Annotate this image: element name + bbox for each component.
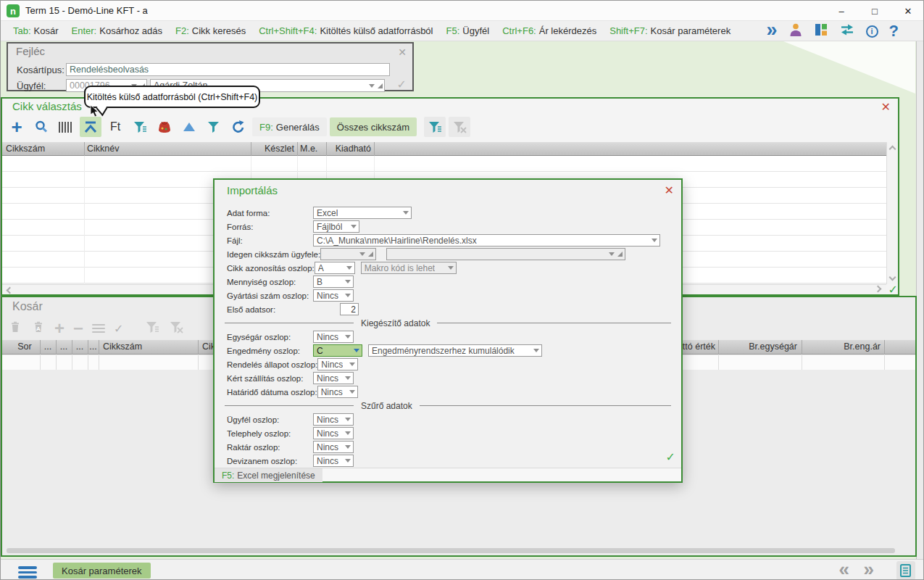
confirm-icon[interactable]: ✓	[114, 322, 123, 336]
column-cikknev[interactable]: Cikknév	[87, 144, 119, 154]
expand-corner-icon	[617, 252, 623, 257]
column-dots[interactable]: ...	[56, 341, 72, 352]
all-items-button[interactable]: Összes cikkszám	[330, 117, 417, 136]
modules-tiles-icon[interactable]	[814, 22, 828, 40]
help-icon[interactable]: ?	[889, 22, 899, 41]
barcode-button[interactable]	[55, 117, 77, 137]
cikk-panel-close-icon[interactable]: ✕	[881, 102, 891, 113]
kosar-parameterek-button[interactable]: Kosár paraméterek	[53, 563, 151, 579]
search-button[interactable]	[30, 117, 52, 137]
engedmeny-oszlop-select[interactable]: C	[313, 344, 362, 357]
filter-detail-button-2[interactable]	[424, 117, 446, 137]
fejlec-confirm-check-icon[interactable]: ✓	[397, 78, 407, 91]
column-br-eng-ar[interactable]: Br.eng.ár	[804, 341, 881, 352]
excel-show-button[interactable]: F5: Excel megjelenítése	[215, 468, 322, 482]
rendeles-allapot-oszlop-select[interactable]: Nincs	[317, 358, 358, 370]
remove-row-icon[interactable]: −	[73, 321, 83, 336]
table-row[interactable]	[2, 156, 886, 172]
idegen-cikkszam-ugyfel-kod-select[interactable]	[320, 248, 376, 260]
raktar-oszlop-select[interactable]: Nincs	[313, 441, 354, 453]
dialog-confirm-check-icon[interactable]: ✓	[666, 450, 675, 464]
telephely-oszlop-select[interactable]: Nincs	[313, 427, 354, 439]
import-external-source-button[interactable]	[80, 117, 101, 137]
dropdown-arrow-icon	[349, 390, 355, 397]
delete-all-icon[interactable]: A	[31, 320, 46, 337]
filter-clear-icon[interactable]	[169, 320, 184, 337]
minimize-button[interactable]: –	[825, 1, 858, 21]
egysegar-oszlop-select[interactable]: Nincs	[313, 331, 354, 343]
idegen-cikkszam-ugyfel-nev-select[interactable]	[386, 248, 625, 260]
sort-up-button[interactable]	[178, 117, 200, 137]
shortcut-enter-kosarhoz-adas[interactable]: Enter: Kosárhoz adás	[65, 25, 169, 36]
fajl-select[interactable]: C:\A_Munka\nmek\Hairline\Rendelés.xlsx	[313, 234, 660, 246]
field-label: Rendelés állapot oszlop:	[227, 360, 317, 369]
filter-clear-icon	[452, 120, 467, 134]
document-list-button[interactable]	[896, 561, 915, 580]
maximize-button[interactable]: □	[858, 1, 891, 21]
forward-double-chevron-icon[interactable]: »	[767, 22, 778, 38]
column-dots[interactable]: ...	[88, 341, 99, 352]
menu-icon[interactable]	[18, 564, 37, 580]
filter-detail-button[interactable]	[129, 117, 151, 137]
scroll-down-icon[interactable]	[889, 274, 896, 281]
shortcut-f5-ugyfel[interactable]: F5: Ügyfél	[439, 25, 496, 36]
price-button[interactable]: Ft	[104, 117, 126, 137]
column-dots[interactable]: ...	[72, 341, 88, 352]
tooltip-text: Kitöltés külső adatforrásból (Ctrl+Shift…	[87, 92, 258, 102]
filter-clear-button[interactable]	[449, 117, 470, 137]
wallet-button[interactable]	[154, 117, 175, 137]
column-me[interactable]: M.e.	[300, 144, 317, 154]
barcode-icon	[59, 122, 73, 133]
hatarido-datuma-oszlop-select[interactable]: Nincs	[317, 386, 358, 398]
cikk-table-header[interactable]: Cikkszám Cikknév Készlet M.e. Kiadható	[2, 142, 886, 156]
shortcut-shift-f7-kosar-parameterek[interactable]: Shift+F7: Kosár paraméterek	[603, 25, 737, 36]
column-cikkszam[interactable]: Cikkszám	[6, 144, 45, 154]
kosartipus-input[interactable]: Rendelésbeolvasás	[66, 63, 390, 76]
field-label: Fájl:	[227, 236, 313, 245]
elso-adatsor-input[interactable]: 2	[340, 303, 359, 315]
column-cikkszam[interactable]: Cikkszám	[103, 341, 142, 352]
import-dialog-title: Importálás	[227, 184, 278, 196]
filter-detail-icon[interactable]	[145, 320, 160, 337]
generate-button[interactable]: F9: Generálás	[252, 117, 327, 136]
shortcut-ctrl-shift-f4-kitoltes[interactable]: Ctrl+Shift+F4: Kitöltés külső adatforrás…	[252, 25, 439, 36]
info-icon[interactable]: i	[866, 25, 878, 38]
shortcut-tab-kosar[interactable]: Tab: Kosár	[7, 25, 65, 36]
cikk-azonositas-oszlop-select[interactable]: A	[315, 262, 355, 274]
close-button[interactable]: ✕	[891, 1, 924, 21]
page-prev-icon[interactable]: «	[839, 562, 849, 576]
engedmeny-mod-select[interactable]: Engedményrendszerhez kumulálódik	[368, 344, 542, 357]
delete-icon[interactable]	[8, 320, 22, 337]
field-label: Engedmény oszlop:	[227, 347, 313, 355]
cikk-confirm-check-icon[interactable]: ✓	[888, 283, 898, 297]
column-kiadhato[interactable]: Kiadható	[328, 144, 371, 154]
column-keszlet[interactable]: Készlet	[251, 144, 294, 154]
filter-button[interactable]	[203, 117, 225, 137]
ugyfel-oszlop-select[interactable]: Nincs	[313, 413, 354, 426]
makro-kod-select[interactable]: Makro kód is lehet	[361, 262, 457, 274]
column-sor[interactable]: Sor	[9, 341, 40, 352]
transfer-arrows-icon[interactable]	[839, 23, 855, 39]
gyartasi-szam-oszlop-select[interactable]: Nincs	[313, 289, 354, 302]
fejlec-close-icon[interactable]: ✕	[398, 47, 407, 57]
shortcut-ctrl-f6-ar-lekerdezes[interactable]: Ctrl+F6: Ár lekérdezés	[496, 25, 603, 36]
scroll-left-icon[interactable]	[7, 287, 14, 294]
devizanem-oszlop-select[interactable]: Nincs	[313, 455, 354, 467]
vertical-scrollbar[interactable]	[886, 142, 898, 284]
refresh-button[interactable]	[228, 117, 249, 137]
add-row-icon[interactable]: +	[54, 321, 64, 336]
user-icon[interactable]	[788, 22, 803, 40]
mennyiseg-oszlop-select[interactable]: B	[313, 276, 354, 288]
page-next-icon[interactable]: »	[864, 562, 874, 576]
shortcut-f2-cikk-kereses[interactable]: F2: Cikk keresés	[169, 25, 252, 36]
adat-forma-select[interactable]: Excel	[313, 207, 412, 219]
list-icon[interactable]	[92, 322, 105, 335]
add-item-button[interactable]: +	[6, 117, 28, 137]
column-br-egysegar[interactable]: Br.egységár	[721, 341, 797, 352]
kert-szallitas-oszlop-select[interactable]: Nincs	[313, 372, 354, 384]
forras-select[interactable]: Fájlból	[313, 220, 359, 233]
dialog-close-icon[interactable]: ✕	[665, 185, 674, 196]
column-dots[interactable]: ...	[40, 341, 56, 352]
kosar-hscroll-thumb[interactable]	[7, 548, 895, 553]
scroll-up-icon[interactable]	[889, 146, 896, 153]
